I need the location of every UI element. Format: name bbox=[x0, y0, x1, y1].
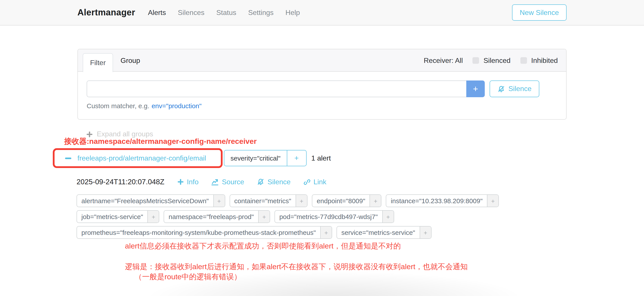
alert-label-add-button[interactable]: + bbox=[382, 211, 394, 222]
silence-button-label: Silence bbox=[508, 85, 532, 93]
new-silence-button[interactable]: New Silence bbox=[512, 4, 566, 21]
alert-label-row: prometheus="freeleaps-monitoring-system/… bbox=[76, 226, 499, 239]
alert-label-chip[interactable]: container="metrics"+ bbox=[230, 194, 308, 207]
bell-slash-icon bbox=[498, 85, 505, 92]
annotation-note-1: alert信息必须在接收器下才表示配置成功，否则即使能看到alert，但是通知是… bbox=[125, 241, 401, 251]
group-receiver-label[interactable]: freeleaps-prod/alertmanager-config/email bbox=[78, 154, 206, 162]
filter-card-header: Filter Group Receiver: All Silenced Inhi… bbox=[78, 49, 566, 72]
matcher-example-link[interactable]: env="production" bbox=[152, 102, 202, 110]
nav-links: Alerts Silences Status Settings Help bbox=[148, 8, 300, 16]
alert-label-text: namespace="freeleaps-prod" bbox=[164, 211, 258, 222]
alert-label-text: alertname="FreeleapsMetricsServiceDown" bbox=[77, 195, 213, 207]
alert-labels: alertname="FreeleapsMetricsServiceDown"+… bbox=[76, 194, 499, 242]
navbar: Alertmanager Alerts Silences Status Sett… bbox=[0, 0, 644, 26]
filter-card: Filter Group Receiver: All Silenced Inhi… bbox=[78, 49, 566, 120]
alert-label-chip[interactable]: namespace="freeleaps-prod"+ bbox=[164, 210, 270, 223]
alert-label-text: job="metrics-service" bbox=[77, 211, 148, 222]
link-icon bbox=[303, 178, 310, 186]
add-matcher-button[interactable]: + bbox=[466, 80, 485, 97]
chart-icon bbox=[211, 178, 219, 186]
alert-group-row: freeleaps-prod/alertmanager-config/email… bbox=[53, 148, 331, 168]
silenced-checkbox-wrap[interactable]: Silenced bbox=[472, 56, 510, 64]
group-alert-count: 1 alert bbox=[311, 154, 331, 162]
alert-label-text: instance="10.233.98.209:8009" bbox=[386, 195, 487, 207]
nav-item-silences[interactable]: Silences bbox=[178, 8, 204, 16]
alertmanager-app: Alertmanager Alerts Silences Status Sett… bbox=[0, 0, 644, 296]
alert-label-add-button[interactable]: + bbox=[370, 195, 381, 207]
inhibited-checkbox[interactable] bbox=[520, 57, 527, 64]
silence-from-filter-button[interactable]: Silence bbox=[490, 80, 539, 97]
silenced-checkbox-label: Silenced bbox=[484, 56, 510, 64]
alert-label-add-button[interactable]: + bbox=[258, 211, 270, 222]
alert-source-link[interactable]: Source bbox=[211, 178, 244, 186]
alert-link-link[interactable]: Link bbox=[303, 178, 326, 186]
alert-label-row: job="metrics-service"+namespace="freelea… bbox=[76, 210, 499, 223]
alert-label-add-button[interactable]: + bbox=[148, 211, 159, 222]
plus-icon bbox=[177, 178, 184, 185]
alert-info-link[interactable]: Info bbox=[177, 178, 198, 186]
alert-label-chip[interactable]: job="metrics-service"+ bbox=[76, 210, 160, 223]
matcher-input[interactable] bbox=[87, 80, 466, 97]
annotation-receiver-note: 接收器:namespace/altermanager-config-name/r… bbox=[64, 136, 257, 146]
minus-icon bbox=[65, 154, 72, 162]
tab-group[interactable]: Group bbox=[120, 49, 140, 72]
alert-label-text: pod="metrics-77d9cdb497-wdsj7" bbox=[275, 211, 382, 222]
filter-card-body: + Silence Custom matcher, e.g.env="produ… bbox=[78, 72, 566, 118]
inhibited-checkbox-label: Inhibited bbox=[531, 56, 558, 64]
annotation-note-3: （一般是route中的逻辑有错误） bbox=[134, 272, 242, 282]
alert-label-chip[interactable]: alertname="FreeleapsMetricsServiceDown"+ bbox=[76, 194, 225, 207]
alert-header-row: 2025-09-24T11:20:07.048Z Info Source bbox=[76, 178, 326, 186]
alert-label-chip[interactable]: endpoint="8009"+ bbox=[312, 194, 382, 207]
annotation-note-2: 逻辑是：接收器收到alert后进行通知，如果alert不在接收器下，说明接收器没… bbox=[125, 262, 468, 272]
alert-label-text: endpoint="8009" bbox=[312, 195, 370, 207]
alert-silence-link[interactable]: Silence bbox=[257, 178, 290, 186]
alert-label-chip[interactable]: prometheus="freeleaps-monitoring-system/… bbox=[76, 226, 332, 239]
alert-label-chip[interactable]: instance="10.233.98.209:8009"+ bbox=[386, 194, 499, 207]
alert-label-row: alertname="FreeleapsMetricsServiceDown"+… bbox=[76, 194, 499, 207]
alert-label-add-button[interactable]: + bbox=[213, 195, 224, 207]
alert-label-add-button[interactable]: + bbox=[487, 195, 498, 207]
alert-label-text: container="metrics" bbox=[230, 195, 296, 207]
group-matcher-chip[interactable]: severity="critical" + bbox=[224, 150, 306, 166]
alert-label-add-button[interactable]: + bbox=[296, 195, 307, 207]
nav-item-status[interactable]: Status bbox=[216, 8, 236, 16]
receiver-filter-label[interactable]: Receiver: All bbox=[424, 56, 463, 64]
filter-header-right: Receiver: All Silenced Inhibited bbox=[424, 49, 558, 72]
tab-filter[interactable]: Filter bbox=[83, 53, 113, 72]
alert-label-text: service="metrics-service" bbox=[337, 226, 420, 238]
nav-item-settings[interactable]: Settings bbox=[248, 8, 274, 16]
nav-item-help[interactable]: Help bbox=[286, 8, 300, 16]
group-matcher-add-button[interactable]: + bbox=[287, 150, 306, 166]
alert-label-add-button[interactable]: + bbox=[420, 226, 431, 238]
alert-timestamp: 2025-09-24T11:20:07.048Z bbox=[76, 178, 164, 186]
alert-label-chip[interactable]: service="metrics-service"+ bbox=[336, 226, 432, 239]
alert-label-text: prometheus="freeleaps-monitoring-system/… bbox=[77, 226, 320, 238]
alert-label-chip[interactable]: pod="metrics-77d9cdb497-wdsj7"+ bbox=[274, 210, 394, 223]
inhibited-checkbox-wrap[interactable]: Inhibited bbox=[520, 56, 558, 64]
annotation-red-box[interactable]: freeleaps-prod/alertmanager-config/email bbox=[53, 148, 222, 168]
group-matcher-value[interactable]: severity="critical" bbox=[224, 150, 287, 166]
alert-label-add-button[interactable]: + bbox=[320, 226, 332, 238]
app-brand[interactable]: Alertmanager bbox=[78, 8, 135, 18]
matcher-help-text: Custom matcher, e.g.env="production" bbox=[87, 102, 557, 110]
nav-item-alerts[interactable]: Alerts bbox=[148, 8, 166, 16]
bell-slash-icon bbox=[257, 178, 264, 186]
silenced-checkbox[interactable] bbox=[472, 57, 479, 64]
